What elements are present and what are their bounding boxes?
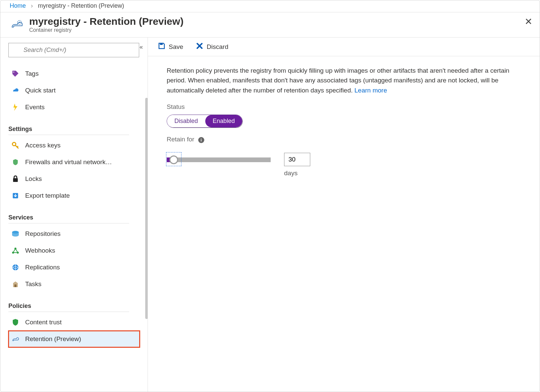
sidebar-item-replications[interactable]: Replications [8,259,140,276]
svg-rect-6 [13,178,18,182]
tasks-icon [11,280,20,288]
sidebar-item-label: Events [25,104,45,111]
retain-days-input[interactable] [284,153,310,166]
sidebar-item-retention[interactable]: Retention (Preview) [8,331,140,347]
svg-point-4 [13,71,14,72]
tag-icon [11,69,20,78]
sidebar-item-firewalls[interactable]: Firewalls and virtual network… [8,154,140,171]
scrollbar-thumb[interactable] [145,98,148,319]
sidebar-item-tasks[interactable]: Tasks [8,276,140,292]
main-content: Retention policy prevents the registry f… [148,56,540,188]
sidebar-item-events[interactable]: Events [8,99,140,116]
discard-icon [196,42,203,51]
quickstart-icon [11,86,20,95]
discard-button[interactable]: Discard [196,42,228,51]
sidebar-item-label: Webhooks [25,247,55,254]
save-label: Save [169,43,183,51]
sidebar-item-export-template[interactable]: Export template [8,187,140,204]
status-toggle[interactable]: Disabled Enabled [167,115,242,128]
save-icon [158,42,165,51]
toolbar: Save Discard [148,38,540,56]
sidebar-item-label: Export template [25,192,70,199]
lock-icon [11,175,20,183]
sidebar-item-label: Locks [25,175,42,183]
learn-more-link[interactable]: Learn more [355,87,387,94]
retention-icon [11,335,20,343]
search-input[interactable] [8,43,139,57]
sidebar-item-webhooks[interactable]: Webhooks [8,242,140,259]
sidebar-item-access-keys[interactable]: Access keys [8,137,140,154]
sidebar-item-label: Tasks [25,280,42,288]
events-icon [11,103,20,112]
sidebar-group-policies: Policies [8,303,146,310]
breadcrumb-current: myregistry - Retention (Preview) [38,2,124,9]
page-title: myregistry - Retention (Preview) [29,16,183,27]
retain-label: Retain for i [167,134,521,144]
firewall-icon [11,158,20,167]
blade-header: myregistry - Retention (Preview) Contain… [0,12,540,38]
sidebar-divider [8,135,129,135]
sidebar-item-locks[interactable]: Locks [8,171,140,187]
sidebar-item-label: Quick start [25,87,56,94]
svg-point-1 [19,22,20,23]
sidebar-item-label: Tags [25,70,39,77]
retain-unit: days [284,168,310,178]
svg-rect-14 [160,43,163,45]
breadcrumb-separator: › [31,2,33,9]
status-label: Status [167,102,521,112]
shield-icon [11,318,20,327]
description-text: Retention policy prevents the registry f… [167,66,521,95]
sidebar-group-services: Services [8,214,146,221]
webhooks-icon [11,246,20,255]
discard-label: Discard [207,43,228,51]
key-icon [11,141,20,150]
status-disabled-option[interactable]: Disabled [167,115,205,127]
sidebar-group-settings: Settings [8,126,146,133]
close-button[interactable]: ✕ [525,17,532,26]
replications-icon [11,263,20,272]
save-button[interactable]: Save [158,42,183,51]
repositories-icon [11,230,20,238]
sidebar-item-label: Content trust [25,319,62,326]
breadcrumb-home[interactable]: Home [10,2,26,9]
page-subtitle: Container registry [29,27,183,33]
status-enabled-option[interactable]: Enabled [205,115,242,127]
sidebar-item-tags[interactable]: Tags [8,65,140,82]
sidebar-divider [8,312,129,312]
container-registry-icon [10,17,25,32]
content-pane: Save Discard Retention policy prevents t… [148,38,540,392]
sidebar-divider [8,223,129,223]
sidebar-item-label: Repositories [25,230,61,238]
sidebar-item-quick-start[interactable]: Quick start [8,82,140,99]
sidebar: « Tags Quick start Events Settings Acces… [0,38,148,392]
sidebar-item-repositories[interactable]: Repositories [8,225,140,242]
sidebar-item-label: Access keys [25,142,61,149]
sidebar-item-label: Firewalls and virtual network… [25,158,112,166]
breadcrumb: Home › myregistry - Retention (Preview) [0,0,540,12]
slider-track [167,157,271,162]
sidebar-item-label: Retention (Preview) [25,335,81,343]
export-icon [11,191,20,200]
sidebar-item-content-trust[interactable]: Content trust [8,314,140,331]
retain-slider[interactable] [167,155,271,164]
sidebar-item-label: Replications [25,264,60,271]
slider-thumb[interactable] [169,155,178,164]
svg-rect-13 [14,284,16,287]
info-icon[interactable]: i [198,137,204,143]
